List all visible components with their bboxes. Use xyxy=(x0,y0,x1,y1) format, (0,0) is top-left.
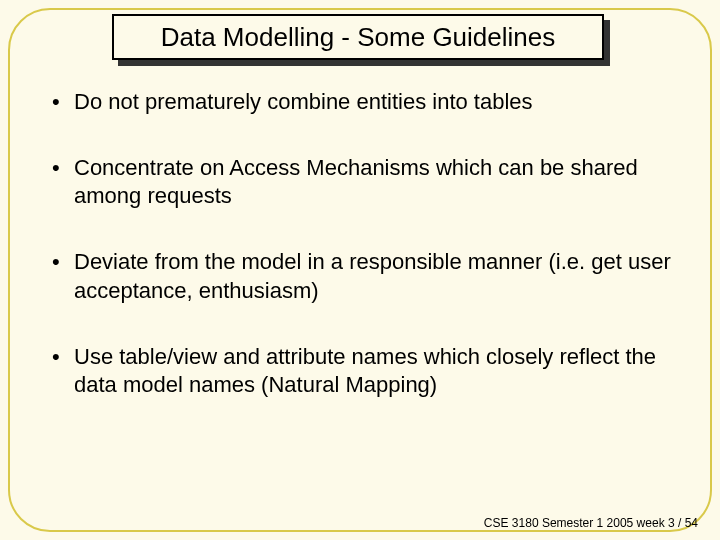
bullet-list: Do not prematurely combine entities into… xyxy=(48,88,672,399)
slide-footer: CSE 3180 Semester 1 2005 week 3 / 54 xyxy=(484,516,698,530)
list-item: Do not prematurely combine entities into… xyxy=(48,88,672,116)
list-item: Concentrate on Access Mechanisms which c… xyxy=(48,154,672,210)
slide-content: Do not prematurely combine entities into… xyxy=(48,88,672,437)
slide-title: Data Modelling - Some Guidelines xyxy=(161,22,556,53)
list-item: Deviate from the model in a responsible … xyxy=(48,248,672,304)
list-item: Use table/view and attribute names which… xyxy=(48,343,672,399)
title-box: Data Modelling - Some Guidelines xyxy=(112,14,604,60)
